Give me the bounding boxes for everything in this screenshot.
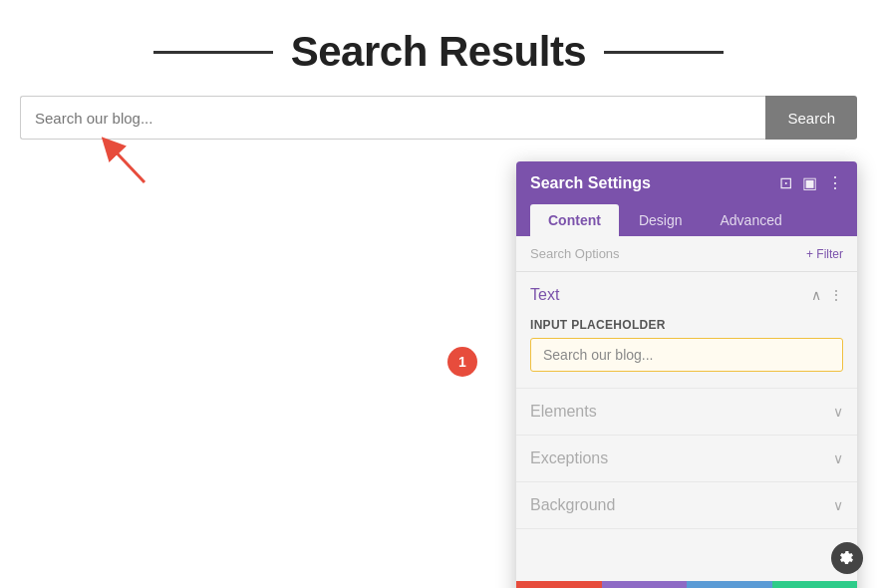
search-options-label: Search Options <box>530 246 620 261</box>
text-section-title: Text <box>530 286 559 304</box>
exceptions-chevron-icon: ∨ <box>833 450 843 466</box>
search-button[interactable]: Search <box>765 96 857 140</box>
elements-section-header[interactable]: Elements ∨ <box>516 389 857 435</box>
background-section-header[interactable]: Background ∨ <box>516 482 857 528</box>
text-section-icons: ∧ ⋮ <box>811 287 843 303</box>
settings-bottom-icon[interactable] <box>831 542 863 574</box>
panel-tabs: Content Design Advanced <box>516 204 857 236</box>
field-label: Input Placeholder <box>530 318 843 332</box>
page-title-section: Search Results <box>0 0 877 96</box>
background-section: Background ∨ <box>516 482 857 529</box>
redo-button[interactable]: ↻ <box>687 581 772 588</box>
text-more-icon[interactable]: ⋮ <box>829 287 843 303</box>
settings-panel: Search Settings ⊡ ▣ ⋮ Content Design Adv… <box>516 161 857 588</box>
panel-toolbar: ✕ ↺ ↻ ✓ <box>516 581 857 588</box>
input-placeholder-input[interactable] <box>530 338 843 372</box>
exceptions-section-header[interactable]: Exceptions ∨ <box>516 436 857 481</box>
arrow-annotation <box>95 128 154 187</box>
layout-icon[interactable]: ▣ <box>802 173 817 192</box>
tab-content[interactable]: Content <box>530 204 619 236</box>
elements-section-title: Elements <box>530 403 597 421</box>
panel-header: Search Settings ⊡ ▣ ⋮ <box>516 161 857 204</box>
elements-chevron-icon: ∨ <box>833 404 843 420</box>
input-placeholder-field: Input Placeholder <box>516 314 857 388</box>
save-button[interactable]: ✓ <box>772 581 858 588</box>
background-section-title: Background <box>530 496 615 514</box>
tab-advanced[interactable]: Advanced <box>702 204 799 236</box>
elements-section: Elements ∨ <box>516 389 857 436</box>
text-section-header: Text ∧ ⋮ <box>516 272 857 314</box>
page-title: Search Results <box>291 28 586 76</box>
title-line-right <box>604 51 724 54</box>
panel-content: Text ∧ ⋮ Input Placeholder Elements ∨ Ex… <box>516 272 857 581</box>
search-options-bar: Search Options + Filter <box>516 236 857 272</box>
panel-title: Search Settings <box>530 174 651 192</box>
background-chevron-icon: ∨ <box>833 497 843 513</box>
expand-icon[interactable]: ⊡ <box>779 173 792 192</box>
title-line-left <box>153 51 273 54</box>
panel-header-icons: ⊡ ▣ ⋮ <box>779 173 843 192</box>
exceptions-section: Exceptions ∨ <box>516 436 857 482</box>
step-badge: 1 <box>447 347 477 377</box>
tab-design[interactable]: Design <box>621 204 701 236</box>
collapse-icon[interactable]: ∧ <box>811 287 821 303</box>
cancel-button[interactable]: ✕ <box>516 581 602 588</box>
undo-button[interactable]: ↺ <box>602 581 688 588</box>
filter-button[interactable]: + Filter <box>806 247 843 261</box>
svg-line-1 <box>110 146 145 182</box>
more-icon[interactable]: ⋮ <box>827 173 843 192</box>
exceptions-section-title: Exceptions <box>530 449 608 467</box>
text-section: Text ∧ ⋮ Input Placeholder <box>516 272 857 389</box>
